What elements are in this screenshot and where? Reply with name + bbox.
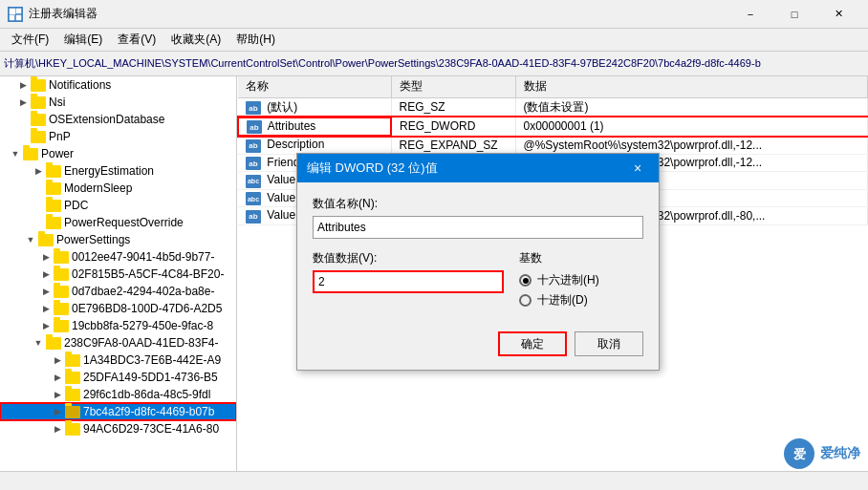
reg-name-cell: ab Description	[238, 136, 391, 154]
status-bar	[0, 471, 868, 490]
reg-type-cell: REG_DWORD	[391, 117, 515, 137]
tree-item-osextension[interactable]: OSExtensionDatabase	[0, 111, 236, 128]
tree-item-modernsleep[interactable]: ModernSleep	[0, 180, 236, 197]
tree-label-energyestimation: EnergyEstimation	[64, 164, 154, 178]
col-type[interactable]: 类型	[391, 76, 515, 97]
menu-favorites[interactable]: 收藏夹(A)	[163, 30, 228, 50]
field-name-input[interactable]	[313, 216, 643, 239]
tree-item-sub5[interactable]: ▶ 94AC6D29-73CE-41A6-80	[0, 420, 236, 437]
tree-item-key1[interactable]: ▶ 0012ee47-9041-4b5d-9b77-	[0, 248, 236, 266]
tree-item-energyestimation[interactable]: ▶ EnergyEstimation	[0, 162, 236, 180]
folder-icon	[46, 217, 61, 229]
watermark-logo: 爱	[784, 438, 814, 469]
tree-label-notifications: Notifications	[49, 78, 111, 92]
cancel-button[interactable]: 取消	[575, 331, 643, 356]
menu-bar: 文件(F) 编辑(E) 查看(V) 收藏夹(A) 帮助(H)	[0, 29, 868, 52]
folder-icon	[54, 286, 69, 298]
reg-name-cell: ab (默认)	[238, 97, 391, 117]
radio-hex[interactable]: 十六进制(H)	[519, 272, 643, 288]
reg-type-cell: REG_EXPAND_SZ	[391, 136, 515, 154]
svg-rect-0	[10, 9, 15, 14]
expand-icon: ▶	[50, 404, 65, 419]
reg-type-icon: ab	[247, 120, 262, 134]
dialog-buttons: 确定 取消	[313, 328, 643, 356]
tree-item-powersettings[interactable]: ▼ PowerSettings	[0, 231, 236, 248]
dialog-value-row: 数值数据(V): 基数 十六进制(H) 十进制(D)	[313, 250, 643, 312]
reg-type-icon: ab	[246, 210, 261, 224]
folder-icon	[65, 354, 80, 367]
radio-hex-circle	[519, 274, 532, 287]
folder-icon	[31, 79, 46, 92]
tree-item-key3[interactable]: ▶ 0d7dbae2-4294-402a-ba8e-	[0, 283, 236, 300]
tree-label-sub5: 94AC6D29-73CE-41A6-80	[83, 422, 219, 436]
svg-rect-3	[16, 15, 21, 20]
folder-icon	[23, 148, 38, 160]
table-row[interactable]: ab Attributes REG_DWORD 0x00000001 (1)	[238, 117, 868, 137]
maximize-button[interactable]: □	[772, 0, 816, 29]
table-row[interactable]: ab (默认) REG_SZ (数值未设置)	[238, 97, 868, 117]
radio-dec[interactable]: 十进制(D)	[519, 292, 643, 309]
svg-rect-2	[10, 15, 14, 20]
dialog-title: 编辑 DWORD (32 位)值	[307, 160, 626, 177]
reg-type-icon: abc	[246, 175, 261, 188]
expand-icon	[15, 112, 31, 127]
reg-name-cell: ab Attributes	[238, 117, 391, 137]
folder-icon	[46, 182, 61, 195]
tree-item-key4[interactable]: ▶ 0E796BD8-100D-47D6-A2D5	[0, 300, 236, 317]
minimize-button[interactable]: −	[728, 0, 772, 29]
expand-icon: ▶	[38, 284, 54, 299]
tree-label-sub2: 25DFA149-5DD1-4736-B5	[83, 371, 218, 384]
table-row[interactable]: ab Description REG_EXPAND_SZ @%SystemRoo…	[238, 136, 868, 154]
dialog-body: 数值名称(N): 数值数据(V): 基数 十六进制(H) 十进制(D) 确定	[297, 182, 659, 370]
tree-item-powerrequestoverride[interactable]: PowerRequestOverride	[0, 214, 236, 231]
expand-icon: ▼	[31, 335, 46, 351]
folder-icon	[46, 165, 61, 178]
tree-label-modernsleep: ModernSleep	[64, 181, 132, 195]
title-bar: 注册表编辑器 − □ ✕	[0, 0, 868, 29]
reg-type-icon: abc	[246, 192, 261, 205]
tree-item-key5[interactable]: ▶ 19cbb8fa-5279-450e-9fac-8	[0, 317, 236, 334]
tree-item-pnp[interactable]: PnP	[0, 128, 236, 145]
tree-label-sub4: 7bc4a2f9-d8fc-4469-b07b	[83, 405, 214, 418]
tree-item-key2[interactable]: ▶ 02F815B5-A5CF-4C84-BF20-	[0, 266, 236, 283]
folder-icon	[54, 268, 69, 281]
expand-icon	[31, 181, 46, 196]
tree-label-sub1: 1A34BDC3-7E6B-442E-A9	[83, 353, 221, 367]
watermark: 爱 爱纯净	[784, 438, 860, 469]
address-path: 计算机\HKEY_LOCAL_MACHINE\SYSTEM\CurrentCon…	[4, 56, 761, 71]
tree-scroll-area[interactable]: ▶ Notifications ▶ Nsi OSExtensionDatabas…	[0, 76, 236, 490]
menu-help[interactable]: 帮助(H)	[228, 30, 283, 50]
expand-icon: ▶	[50, 421, 65, 437]
tree-item-pdc[interactable]: PDC	[0, 197, 236, 214]
folder-icon	[31, 131, 46, 143]
expand-icon: ▶	[15, 77, 31, 93]
tree-item-notifications[interactable]: ▶ Notifications	[0, 76, 236, 94]
reg-name: Attributes	[268, 119, 316, 133]
ok-button[interactable]: 确定	[498, 331, 567, 356]
registry-tree: ▶ Notifications ▶ Nsi OSExtensionDatabas…	[0, 76, 237, 490]
tree-item-sub1[interactable]: ▶ 1A34BDC3-7E6B-442E-A9	[0, 352, 236, 369]
folder-icon	[31, 96, 46, 109]
tree-item-sub2[interactable]: ▶ 25DFA149-5DD1-4736-B5	[0, 369, 236, 386]
tree-item-sub4[interactable]: ▶ 7bc4a2f9-d8fc-4469-b07b	[0, 403, 236, 420]
window-title: 注册表编辑器	[29, 6, 728, 22]
window-controls: − □ ✕	[728, 0, 860, 29]
close-button[interactable]: ✕	[816, 0, 860, 29]
reg-data-cell: (数值未设置)	[515, 97, 868, 117]
tree-item-key6[interactable]: ▼ 238C9FA8-0AAD-41ED-83F4-	[0, 334, 236, 352]
field-data-input[interactable]	[313, 270, 504, 293]
col-data[interactable]: 数据	[515, 76, 868, 97]
base-label: 基数	[519, 250, 643, 266]
tree-item-sub3[interactable]: ▶ 29f6c1db-86da-48c5-9fdl	[0, 386, 236, 403]
dialog-close-button[interactable]: ×	[626, 157, 649, 180]
col-name[interactable]: 名称	[238, 76, 391, 97]
menu-file[interactable]: 文件(F)	[4, 30, 56, 50]
watermark-text: 爱纯净	[820, 445, 860, 462]
edit-dword-dialog: 编辑 DWORD (32 位)值 × 数值名称(N): 数值数据(V): 基数 …	[296, 153, 660, 371]
field-name-label: 数值名称(N):	[313, 196, 643, 212]
tree-item-nsi[interactable]: ▶ Nsi	[0, 94, 236, 111]
menu-edit[interactable]: 编辑(E)	[56, 30, 110, 50]
menu-view[interactable]: 查看(V)	[110, 30, 163, 50]
reg-name: (默认)	[267, 100, 297, 114]
tree-item-power[interactable]: ▼ Power	[0, 145, 236, 162]
